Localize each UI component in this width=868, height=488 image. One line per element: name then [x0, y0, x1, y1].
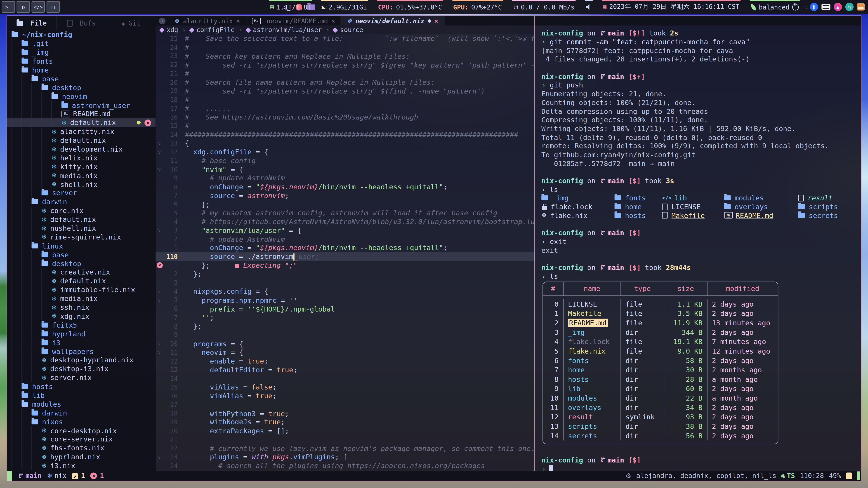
- tree-item-hyprland[interactable]: hyprland: [7, 329, 156, 338]
- editor-line[interactable]: 6 };: [156, 200, 535, 209]
- tree-item-home[interactable]: home: [7, 66, 156, 74]
- fold-arrow-icon[interactable]: ∨: [156, 341, 163, 346]
- editor-line[interactable]: 14######################################…: [156, 130, 535, 139]
- neotree-tab-bufs[interactable]: Bufs: [56, 16, 106, 31]
- fold-arrow-icon[interactable]: ∨: [156, 140, 163, 146]
- terminal-pane[interactable]: nix-config on main [$!] took 2s› git com…: [535, 26, 861, 471]
- editor-line[interactable]: 25# Save the selected text to a file: `:…: [156, 34, 535, 43]
- workspace-tile-code-workspace[interactable]: </>: [32, 1, 45, 13]
- tree-item-media.nix[interactable]: ❄media.nix: [7, 294, 156, 303]
- gpu-widget[interactable]: GPU: 07%+27°C: [447, 0, 507, 14]
- tree-item-server[interactable]: server: [7, 189, 156, 197]
- volume-widget[interactable]: [580, 0, 597, 14]
- editor-line[interactable]: 110 source = ./astronvim_user;: [156, 252, 535, 261]
- editor-line[interactable]: ∨12 xdg.configFile = {: [156, 148, 535, 156]
- tree-item-immutable-file.nix[interactable]: ❄immutable-file.nix: [7, 285, 156, 294]
- tree-item-media.nix[interactable]: ❄media.nix: [7, 171, 156, 180]
- editor-line[interactable]: 4 # https://github.com/AstroNvim/AstroNv…: [156, 217, 535, 226]
- editor-line[interactable]: 14: [156, 374, 535, 383]
- card-tray-icon[interactable]: [857, 3, 865, 11]
- editor-line[interactable]: 22# sed -ri "s/pattern_str/replace_str/g…: [156, 61, 535, 69]
- tree-item-fhs-fonts.nix[interactable]: ❄fhs-fonts.nix: [7, 444, 156, 453]
- editor-line[interactable]: 16 vimAlias = true;: [156, 392, 535, 400]
- editor-line[interactable]: 9 # update AstroNvim: [156, 174, 535, 183]
- tree-item-modules[interactable]: modules: [7, 400, 156, 409]
- editor-line[interactable]: 8 onChange = "${pkgs.neovim}/bin/nvim --…: [156, 183, 535, 191]
- tree-item-i3.nix[interactable]: ❄i3.nix: [7, 461, 156, 470]
- tree-item-base[interactable]: base: [7, 74, 156, 83]
- fold-arrow-icon[interactable]: ∨: [156, 228, 163, 233]
- clock-widget[interactable]: ▦ 2023年 07月 29日 星期六 16:16:11 CST: [597, 0, 745, 14]
- tree-item-nushell.nix[interactable]: ❄nushell.nix: [7, 224, 156, 233]
- tree-item-base[interactable]: base: [7, 250, 156, 259]
- breadcrumb-item[interactable]: astronvim/lua/user: [246, 26, 322, 34]
- fold-arrow-icon[interactable]: ∨: [156, 350, 163, 355]
- tree-item-rime-squirrel.nix[interactable]: ❄rime-squirrel.nix: [7, 233, 156, 241]
- editor-line[interactable]: 7 source = astronvim;: [156, 191, 535, 200]
- keyboard-icon[interactable]: [822, 4, 830, 10]
- editor-line[interactable]: ∨11 neovim = {: [156, 348, 535, 357]
- workspace-tile-browser-workspace[interactable]: ◐: [17, 1, 30, 13]
- tree-item-alacritty.nix[interactable]: ❄alacritty.nix: [7, 127, 156, 136]
- tree-item-~/nix-config[interactable]: ~/nix-config: [7, 31, 156, 39]
- workspace-tile-monitor-workspace[interactable]: ▢: [46, 1, 60, 13]
- tree-item-hyprland.nix[interactable]: ❄hyprland.nix: [7, 453, 156, 461]
- tree-item-desktop[interactable]: desktop: [7, 259, 156, 268]
- breadcrumb-item[interactable]: xdg: [160, 26, 178, 34]
- tabline-left-icon[interactable]: ‹: [159, 18, 165, 24]
- tree-item-helix.nix[interactable]: ❄helix.nix: [7, 154, 156, 162]
- editor-line[interactable]: ∨10 programs = {: [156, 339, 535, 348]
- tree-item-desktop[interactable]: desktop: [7, 83, 156, 92]
- workspace-tile-terminal-workspace[interactable]: >_: [2, 1, 15, 13]
- statusline-git-branch[interactable]: main: [18, 472, 41, 480]
- editor-line[interactable]: 12 enable = true;: [156, 357, 535, 365]
- tree-item-default.nix[interactable]: ❄default.nix: [7, 136, 156, 145]
- sync-tray-icon[interactable]: ⇆: [845, 3, 854, 11]
- tree-item-lib[interactable]: lib: [7, 391, 156, 400]
- tree-item-darwin[interactable]: darwin: [7, 197, 156, 206]
- tree-item-core-server.nix[interactable]: ❄core-server.nix: [7, 435, 156, 444]
- editor-line[interactable]: 18 withPython3 = true;: [156, 409, 535, 418]
- editor-line[interactable]: ∨23 plugins = with pkgs.vimPlugins; [: [156, 453, 535, 461]
- tree-item-default.nix[interactable]: ❄default.nix: [7, 276, 156, 285]
- editor-line[interactable]: 9: [156, 330, 535, 339]
- tree-item-linux[interactable]: linux: [7, 241, 156, 250]
- tree-item-server.nix[interactable]: ❄server.nix: [7, 373, 156, 382]
- tree-item-shell.nix[interactable]: ❄shell.nix: [7, 180, 156, 189]
- fold-arrow-icon[interactable]: ∨: [156, 289, 163, 294]
- fire-tray-icon[interactable]: ▲: [834, 3, 842, 11]
- tree-item-hosts[interactable]: hosts: [7, 382, 156, 391]
- tree-item-_img[interactable]: _img: [7, 48, 156, 57]
- disk-usage-widget[interactable]: ▤ 1.1T/1.8T: [265, 0, 317, 14]
- editor-line[interactable]: 15#: [156, 122, 535, 130]
- fold-arrow-icon[interactable]: ∨: [156, 166, 163, 172]
- editor-line[interactable]: 3: [156, 278, 535, 287]
- close-icon[interactable]: ×: [236, 17, 240, 25]
- breadcrumb-item[interactable]: source: [333, 26, 363, 34]
- editor-line[interactable]: ∨13{: [156, 139, 535, 148]
- editor-line[interactable]: 20 extraPackages = [];: [156, 427, 535, 435]
- breadcrumb-item[interactable]: configFile: [190, 26, 235, 34]
- editor-line[interactable]: 22 # currently we use lazy.nvim as neovi…: [156, 444, 535, 453]
- tree-item-.git[interactable]: .git: [7, 39, 156, 48]
- editor-line[interactable]: ∨4 nixpkgs.config = {: [156, 287, 535, 296]
- tree-item-desktop-i3.nix[interactable]: ❄desktop-i3.nix: [7, 364, 156, 373]
- tree-item-fonts[interactable]: fonts: [7, 57, 156, 66]
- editor-line[interactable]: ×1 }; ■ Expecting ";": [156, 261, 535, 270]
- editor-line[interactable]: 17: [156, 400, 535, 409]
- editor-line[interactable]: 18#: [156, 95, 535, 104]
- tree-item-core.nix[interactable]: ❄core.nix: [7, 206, 156, 215]
- fold-arrow-icon[interactable]: ∨: [156, 149, 163, 155]
- bluetooth-icon[interactable]: ᛒ: [810, 3, 818, 11]
- tree-item-default.nix[interactable]: ❄default.nix×: [7, 119, 156, 127]
- neotree-tab-git[interactable]: ◆Git: [106, 16, 156, 31]
- tree-item-astronvim_user[interactable]: astronvim_user: [7, 101, 156, 109]
- tree-item-development.nix[interactable]: ❄development.nix: [7, 145, 156, 154]
- editor-line[interactable]: 19 withNodeJs = true;: [156, 418, 535, 427]
- tree-item-darwin[interactable]: darwin: [7, 409, 156, 417]
- cpu-widget[interactable]: CPU: 01.5%+37.0°C: [373, 0, 448, 14]
- tree-item-xdg.nix[interactable]: ❄xdg.nix: [7, 312, 156, 321]
- power-profile-widget[interactable]: balanced: [745, 0, 804, 14]
- editor-line[interactable]: 13 defaultEditor = true;: [156, 365, 535, 375]
- close-icon[interactable]: ×: [331, 17, 335, 25]
